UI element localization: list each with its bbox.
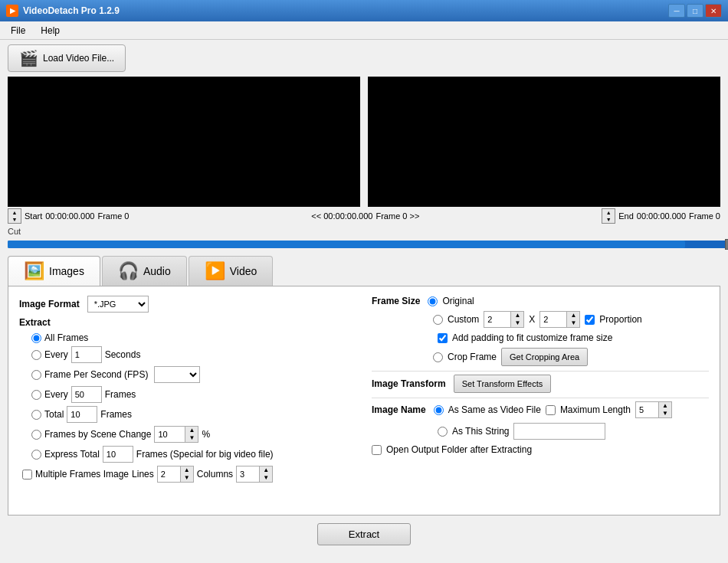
right-column: Frame Size Original Custom ▲ ▼ X — [372, 296, 709, 486]
lines-spin-up[interactable]: ▲ — [181, 466, 193, 474]
same-as-video-radio[interactable] — [434, 405, 444, 415]
all-frames-radio[interactable] — [31, 333, 41, 343]
custom-row: Custom ▲ ▼ X ▲ ▼ Proporti — [372, 311, 709, 328]
slider-container[interactable] — [0, 237, 728, 250]
every-frames-radio[interactable] — [31, 390, 41, 400]
extract-button[interactable]: Extract — [317, 523, 411, 545]
fps-select[interactable] — [154, 366, 200, 383]
app-title: VideoDetach Pro 1.2.9 — [23, 5, 120, 16]
start-time: 00:00:00.000 — [45, 211, 94, 221]
max-length-check[interactable] — [546, 405, 556, 415]
cut-label: Cut — [0, 225, 728, 237]
start-spin[interactable]: ▲ ▼ — [8, 208, 21, 224]
every-seconds-input[interactable] — [71, 346, 102, 363]
custom-h-input[interactable] — [539, 311, 566, 328]
scene-radio[interactable] — [31, 430, 41, 440]
maximize-btn[interactable]: □ — [687, 4, 703, 18]
express-total-row: Express Total Frames (Special for big vi… — [19, 446, 356, 463]
every-seconds-radio[interactable] — [31, 350, 41, 360]
tab-images[interactable]: 🖼️ Images — [8, 256, 100, 286]
total-row: Total Frames — [19, 406, 356, 423]
close-btn[interactable]: ✕ — [705, 4, 722, 18]
all-frames-row: All Frames — [19, 332, 356, 343]
tab-audio[interactable]: 🎧 Audio — [102, 256, 187, 286]
total-radio[interactable] — [31, 410, 41, 420]
original-label: Original — [442, 296, 474, 306]
custom-h-spinbtns: ▲ ▼ — [566, 311, 580, 328]
main-panel: Image Format *.JPG *.PNG *.BMP Extract A… — [8, 286, 720, 516]
every-seconds-row: Every Seconds — [19, 346, 356, 363]
extract-btn-container: Extract — [0, 523, 728, 545]
minimize-btn[interactable]: ─ — [668, 4, 685, 18]
custom-h-up[interactable]: ▲ — [567, 312, 579, 319]
cols-input[interactable] — [236, 466, 259, 483]
add-padding-check[interactable] — [438, 333, 448, 343]
title-bar: ▶ VideoDetach Pro 1.2.9 ─ □ ✕ — [0, 0, 728, 21]
end-spin[interactable]: ▲ ▼ — [602, 208, 615, 224]
menu-file[interactable]: File — [3, 24, 33, 38]
custom-radio[interactable] — [433, 315, 443, 325]
slider-thumb[interactable] — [725, 239, 728, 250]
end-spin-up[interactable]: ▲ — [602, 209, 615, 216]
open-output-row: Open Output Folder after Extracting — [372, 444, 709, 455]
mid-time: << 00:00:00.000 — [311, 211, 372, 221]
start-spin-up[interactable]: ▲ — [8, 209, 21, 216]
max-length-input[interactable] — [635, 401, 658, 418]
crop-radio[interactable] — [433, 352, 443, 362]
as-string-label: As This String — [452, 426, 509, 437]
total-label: Total — [44, 409, 64, 420]
title-controls: ─ □ ✕ — [668, 4, 722, 18]
cols-spin-up[interactable]: ▲ — [260, 466, 272, 474]
timeline-progress — [8, 241, 685, 248]
as-string-input[interactable] — [513, 423, 605, 440]
max-length-up[interactable]: ▲ — [659, 402, 671, 410]
original-radio[interactable] — [428, 296, 438, 306]
fps-row: Frame Per Second (FPS) — [19, 366, 356, 383]
image-format-label: Image Format — [19, 299, 80, 309]
fps-radio[interactable] — [31, 370, 41, 380]
seconds-label: Seconds — [105, 349, 141, 360]
scene-change-row: Frames by Scene Change ▲ ▼ % — [19, 426, 356, 443]
lines-input[interactable] — [157, 466, 180, 483]
express-radio[interactable] — [31, 450, 41, 460]
every-frames-input[interactable] — [71, 386, 102, 403]
open-output-check[interactable] — [372, 445, 382, 455]
custom-w-spinbtns: ▲ ▼ — [510, 311, 524, 328]
custom-w-down[interactable]: ▼ — [511, 319, 523, 327]
start-spin-down[interactable]: ▼ — [8, 216, 21, 223]
video-tab-icon: ▶️ — [205, 261, 225, 281]
custom-w-input[interactable] — [484, 311, 510, 328]
proportion-check[interactable] — [585, 315, 595, 325]
timeline-track[interactable] — [8, 241, 728, 248]
max-length-wrapper: ▲ ▼ — [635, 401, 672, 418]
menu-help[interactable]: Help — [33, 24, 67, 38]
image-transform-label: Image Transform — [372, 378, 446, 389]
scene-spin-wrapper: ▲ ▼ — [154, 426, 198, 443]
crop-area-btn[interactable]: Get Cropping Area — [501, 348, 588, 366]
frames-label2: Frames — [100, 409, 132, 420]
percent-label: % — [202, 429, 210, 440]
custom-w-up[interactable]: ▲ — [511, 312, 523, 319]
image-format-select[interactable]: *.JPG *.PNG *.BMP — [87, 296, 149, 313]
as-string-radio[interactable] — [438, 427, 448, 437]
scene-spin-down[interactable]: ▼ — [185, 434, 198, 442]
cols-spin-down[interactable]: ▼ — [260, 474, 272, 482]
scene-spin-up[interactable]: ▲ — [185, 427, 198, 434]
time-controls: ▲ ▼ Start 00:00:00.000 Frame 0 << 00:00:… — [0, 207, 728, 225]
tab-video[interactable]: ▶️ Video — [189, 256, 274, 286]
crop-frame-row: Crop Frame Get Cropping Area — [372, 348, 709, 366]
lines-spin-down[interactable]: ▼ — [181, 474, 193, 482]
express-input[interactable] — [103, 446, 133, 463]
custom-h-down[interactable]: ▼ — [567, 319, 579, 327]
end-spin-down[interactable]: ▼ — [602, 216, 615, 223]
total-input[interactable] — [67, 406, 97, 423]
multiple-frames-check[interactable] — [22, 470, 32, 480]
fps-label: Frame Per Second (FPS) — [44, 369, 148, 380]
scene-input[interactable] — [154, 426, 185, 443]
image-format-row: Image Format *.JPG *.PNG *.BMP — [19, 296, 356, 313]
load-video-button[interactable]: 🎬 Load Video File... — [8, 44, 126, 72]
multiple-frames-label: Multiple Frames Image — [35, 469, 129, 480]
end-label: End — [618, 211, 634, 221]
set-transform-btn[interactable]: Set Transform Effects — [454, 375, 552, 393]
max-length-down[interactable]: ▼ — [659, 410, 671, 417]
